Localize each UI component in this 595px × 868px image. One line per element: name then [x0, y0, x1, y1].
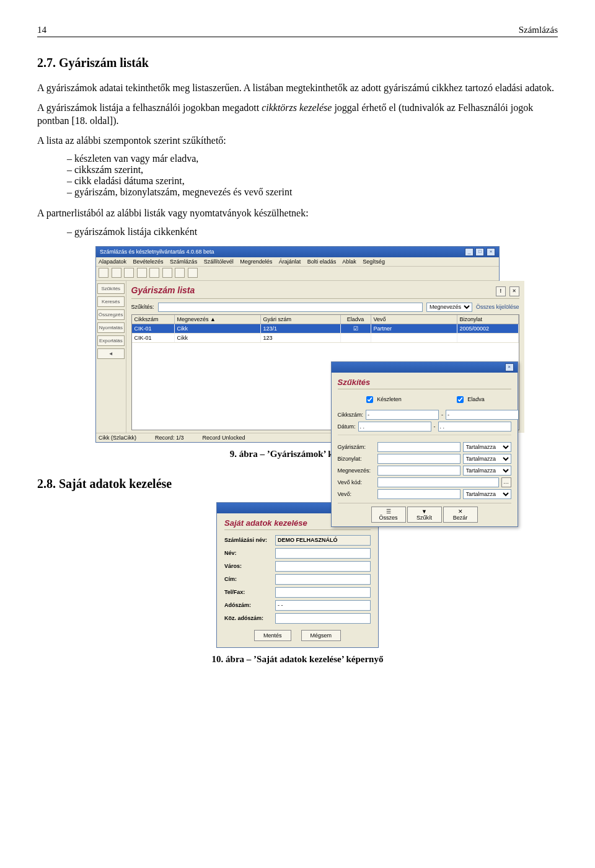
cikkszam-from[interactable]	[366, 410, 439, 420]
section-2-7-p2: A gyáriszámok listája a felhasználói jog…	[37, 101, 558, 128]
status-lock: Record Unlocked	[203, 435, 245, 441]
app-title: Számlázás és készletnyilvántartás 4.0.68…	[100, 249, 214, 255]
page-header: 14 Számlázás	[37, 25, 558, 37]
filter-combo[interactable]: Megnevezés	[426, 303, 472, 312]
menu-item[interactable]: Ablak	[342, 259, 356, 265]
bezar-button[interactable]: ✕Bezár	[443, 507, 478, 523]
section-2-7-list1: készleten van vagy már eladva, cikkszám …	[37, 153, 558, 198]
vevokod-lookup-icon[interactable]: …	[501, 477, 511, 487]
section-2-7-p3: A lista az alábbi szempontok szerint szű…	[37, 134, 558, 148]
panel-exportalas[interactable]: Exportálás	[97, 335, 125, 346]
section-2-7-p1: A gyáriszámok adatai tekinthetők meg lis…	[37, 81, 558, 95]
chk-keszleten[interactable]: Készleten	[364, 394, 402, 405]
filter-row: Szűkítés: Megnevezés Összes kijelölése	[131, 303, 519, 312]
toolbar-button[interactable]	[149, 268, 159, 278]
pane-close-icon[interactable]: ×	[509, 286, 519, 296]
filter-input[interactable]	[158, 303, 423, 312]
table-row[interactable]: CIK-01 Cikk 123/1 ☑ Partner 2005/00002	[132, 324, 519, 334]
menu-item[interactable]: Számlázás	[170, 259, 197, 265]
close-icon[interactable]: ×	[487, 248, 495, 256]
menu-item[interactable]: Segítség	[363, 259, 385, 265]
cikkszam-to[interactable]	[446, 410, 519, 420]
bizonylat-mode[interactable]: Tartalmazza	[463, 454, 511, 464]
szamlazasi-nev-field: DEMO FELHASZNÁLÓ	[275, 535, 371, 546]
adoszam-field[interactable]	[275, 600, 371, 611]
szukit-button[interactable]: ▼Szűkít	[407, 507, 442, 523]
toolbar-button[interactable]	[137, 268, 147, 278]
panel-kereses[interactable]: Keresés	[97, 296, 125, 307]
gyariszam-input[interactable]	[377, 442, 461, 452]
menu-item[interactable]: Szállítólevél	[204, 259, 234, 265]
cim-field[interactable]	[275, 574, 371, 585]
page-number: 14	[37, 25, 46, 35]
popup-title: Szűkítés	[338, 378, 511, 389]
menu-item[interactable]: Árajánlat	[279, 259, 301, 265]
panel-nyomtatas[interactable]: Nyomtatás	[97, 322, 125, 333]
chk-eladva[interactable]: Eladva	[454, 394, 485, 405]
toolbar-button[interactable]	[99, 268, 108, 278]
panel-nav-prev[interactable]: ◄	[97, 348, 125, 359]
maximize-icon[interactable]: □	[475, 248, 484, 256]
toolbar-button[interactable]	[188, 268, 198, 278]
row-datum: Dátum: -	[338, 422, 511, 432]
toolbar	[96, 267, 499, 281]
megnevezes-mode[interactable]: Tartalmazza	[463, 466, 511, 476]
varos-field[interactable]	[275, 561, 371, 572]
menu-item[interactable]: Megrendelés	[240, 259, 272, 265]
toolbar-button[interactable]	[112, 268, 121, 278]
figure-10-caption: 10. ábra – ’Saját adatok kezelése’ képer…	[37, 654, 558, 665]
megsem-button[interactable]: Mégsem	[301, 630, 342, 641]
minimize-icon[interactable]: _	[465, 248, 474, 256]
toolbar-button[interactable]	[162, 268, 172, 278]
left-panel: Szűkítés Keresés Összegzés Nyomtatás Exp…	[96, 281, 126, 433]
datum-from[interactable]	[358, 422, 431, 432]
menu-item[interactable]: Bevételezés	[133, 259, 164, 265]
popup-titlebar: ×	[332, 362, 518, 373]
megnevezes-input[interactable]	[377, 466, 461, 476]
toolbar-button[interactable]	[175, 268, 185, 278]
section-2-7-list2: gyáriszámok listája cikkenként	[37, 226, 558, 237]
kozadoszam-field[interactable]	[275, 613, 371, 624]
vevo-input[interactable]	[377, 489, 461, 499]
szukites-popup: × Szűkítés Készleten Eladva Cikkszám: -	[331, 361, 518, 527]
menu-item[interactable]: Bolti eladás	[307, 259, 337, 265]
app-titlebar: Számlázás és készletnyilvántartás 4.0.68…	[96, 247, 499, 257]
nev-field[interactable]	[275, 548, 371, 559]
mentes-button[interactable]: Mentés	[254, 630, 291, 641]
toolbar-button[interactable]	[124, 268, 134, 278]
osszes-button[interactable]: ☰Összes	[371, 507, 406, 523]
select-all-link[interactable]: Összes kijelölése	[476, 304, 519, 310]
filter-label: Szűkítés:	[131, 304, 154, 310]
datum-to[interactable]	[438, 422, 511, 432]
popup-close-icon[interactable]: ×	[505, 363, 514, 371]
panel-osszegzes[interactable]: Összegzés	[97, 309, 125, 320]
section-2-7-p4: A partnerlistából az alábbi listák vagy …	[37, 206, 558, 220]
pane-title: Gyáriszám lista ! ×	[131, 285, 519, 299]
gyariszam-mode[interactable]: Tartalmazza	[463, 442, 511, 452]
menu-item[interactable]: Alapadatok	[99, 259, 126, 265]
grid-header: Cikkszám Megnevezés ▲ Gyári szám Eladva …	[132, 315, 519, 324]
status-record: Record: 1/3	[155, 435, 184, 441]
telfax-field[interactable]	[275, 587, 371, 598]
bizonylat-input[interactable]	[377, 454, 461, 464]
vevo-mode[interactable]: Tartalmazza	[463, 489, 511, 499]
table-row[interactable]: CIK-01 Cikk 123	[132, 334, 519, 343]
pane-help-icon[interactable]: !	[496, 286, 506, 296]
window-buttons: _ □ ×	[464, 248, 495, 256]
status-left: Cikk (SzlaCikk)	[99, 435, 136, 441]
figure-9: Számlázás és készletnyilvántartás 4.0.68…	[37, 246, 558, 443]
row-cikkszam: Cikkszám: -	[338, 410, 511, 420]
vevokod-input[interactable]	[377, 477, 499, 487]
running-title: Számlázás	[519, 25, 558, 35]
panel-szukites[interactable]: Szűkítés	[97, 283, 125, 294]
section-2-7-heading: 2.7. Gyáriszám listák	[37, 56, 558, 70]
menubar: Alapadatok Bevételezés Számlázás Szállít…	[96, 257, 499, 267]
